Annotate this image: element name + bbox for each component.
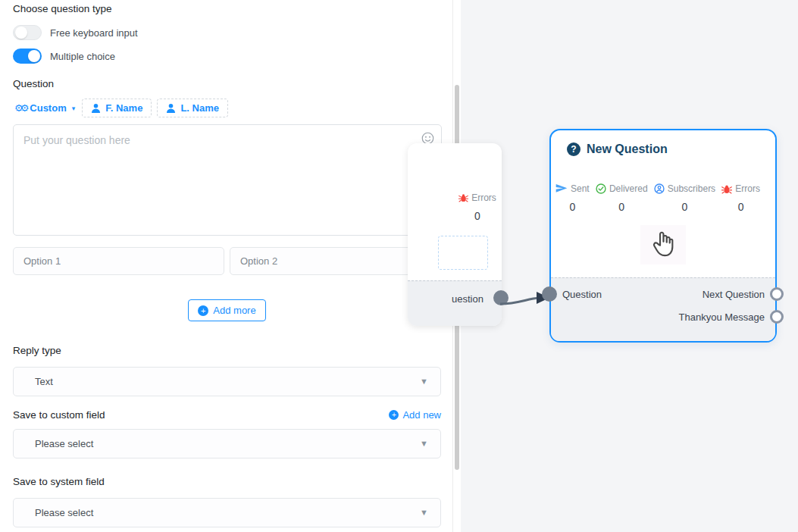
fname-tag-button[interactable]: F. Name: [82, 99, 152, 117]
free-keyboard-toggle[interactable]: [13, 25, 42, 40]
chevron-down-icon: ▼: [420, 508, 428, 517]
partial-node-option-box[interactable]: [438, 236, 488, 270]
plus-circle-icon: +: [198, 305, 208, 316]
question-textarea[interactable]: [14, 125, 441, 235]
input-port-row: Question: [551, 289, 602, 300]
gears-icon: ⚙⚙: [14, 103, 26, 113]
thankyou-port-label: Thankyou Message: [679, 311, 765, 323]
add-more-wrap: + Add more: [13, 299, 441, 321]
partial-node-errors-label: Errors: [471, 192, 496, 203]
partial-node-footer: uestion: [408, 280, 502, 326]
partial-node-errors-stat: Errors 0: [456, 192, 499, 222]
new-question-node[interactable]: ? New Question Sent 0: [549, 129, 777, 343]
errors-bug-icon: [458, 193, 468, 202]
stat-errors: Errors 0: [721, 183, 760, 213]
stat-sent-label: Sent: [571, 183, 590, 194]
person-icon: [91, 103, 101, 113]
stat-delivered-label: Delivered: [609, 183, 648, 194]
chevron-down-icon: ▼: [420, 439, 428, 448]
next-question-output-port[interactable]: [770, 287, 784, 301]
save-custom-label: Save to custom field: [13, 409, 105, 421]
lname-tag-button[interactable]: L. Name: [157, 99, 228, 117]
choose-question-type-label: Choose question type: [13, 3, 441, 14]
stat-sent: Sent 0: [555, 183, 590, 213]
multiple-choice-toggle[interactable]: [13, 49, 42, 64]
stat-subscribers: Subscribers 0: [654, 183, 715, 213]
node-header: ? New Question: [551, 130, 775, 156]
fname-tag-label: F. Name: [105, 102, 142, 114]
node-footer: Question Next Question Thankyou Message: [551, 277, 775, 341]
save-system-label: Save to system field: [13, 476, 441, 487]
add-new-label: Add new: [402, 409, 441, 421]
partial-question-node[interactable]: Errors 0 uestion: [408, 143, 502, 326]
person-icon: [166, 103, 176, 113]
multiple-choice-toggle-row: Multiple choice: [13, 49, 441, 64]
question-textarea-box: [13, 124, 442, 236]
option-1-input[interactable]: [13, 247, 224, 275]
custom-dropdown-label: Custom: [30, 102, 66, 114]
stat-sent-value: 0: [569, 201, 575, 213]
save-system-value: Please select: [35, 507, 93, 518]
stat-delivered: Delivered 0: [596, 183, 648, 213]
save-custom-row: Save to custom field + Add new: [13, 409, 441, 421]
node-stats-row: Sent 0 Delivered 0: [551, 183, 775, 213]
save-custom-value: Please select: [35, 438, 93, 449]
stat-delivered-value: 0: [618, 201, 624, 213]
toggle-knob: [15, 27, 27, 39]
next-question-port-label: Next Question: [703, 289, 765, 300]
partial-node-output-port[interactable]: [493, 290, 509, 305]
cursor-pad: [640, 225, 686, 264]
stat-subscribers-value: 0: [682, 201, 688, 213]
node-title: New Question: [587, 142, 668, 156]
stat-errors-value: 0: [738, 201, 744, 213]
chevron-down-icon: ▼: [420, 377, 428, 386]
send-icon: [555, 183, 568, 194]
custom-dropdown-button[interactable]: ⚙⚙ Custom ▾: [13, 99, 77, 117]
subscribers-icon: [654, 183, 665, 194]
question-input-port-label: Question: [562, 289, 602, 300]
chevron-down-icon: ▾: [72, 105, 76, 112]
multiple-choice-toggle-label: Multiple choice: [50, 51, 115, 62]
free-keyboard-toggle-row: Free keyboard input: [13, 25, 441, 40]
partial-node-port-label: uestion: [452, 293, 494, 305]
reply-type-label: Reply type: [13, 345, 441, 356]
add-new-link[interactable]: + Add new: [389, 409, 441, 421]
reply-type-select[interactable]: Text ▼: [13, 367, 441, 396]
thankyou-output-port[interactable]: [770, 310, 784, 324]
errors-bug-icon: [721, 184, 732, 194]
thankyou-port-row: Thankyou Message: [679, 311, 775, 323]
flow-builder-screen: Choose question type Free keyboard input…: [0, 0, 798, 532]
add-more-button[interactable]: + Add more: [188, 299, 265, 321]
question-settings-panel: Choose question type Free keyboard input…: [0, 0, 453, 532]
partial-node-errors-value: 0: [456, 210, 499, 222]
question-section-label: Question: [13, 78, 441, 89]
question-mark-icon: ?: [567, 142, 581, 156]
stat-errors-label: Errors: [735, 183, 760, 194]
merge-tags-row: ⚙⚙ Custom ▾ F. Name L. Name: [13, 99, 441, 117]
question-input-port[interactable]: [542, 286, 557, 302]
stat-subscribers-label: Subscribers: [668, 183, 715, 194]
lname-tag-label: L. Name: [180, 102, 219, 114]
next-question-port-row: Next Question: [703, 289, 775, 300]
add-more-label: Add more: [213, 305, 255, 316]
reply-type-value: Text: [35, 376, 53, 387]
free-keyboard-toggle-label: Free keyboard input: [50, 27, 138, 39]
delivered-check-icon: [596, 183, 606, 194]
save-custom-select[interactable]: Please select ▼: [13, 429, 441, 458]
save-system-select[interactable]: Please select ▼: [13, 498, 441, 527]
toggle-knob: [28, 50, 40, 62]
hand-cursor-icon: [650, 230, 676, 260]
flow-canvas[interactable]: Errors 0 uestion ? New Question: [461, 0, 798, 532]
plus-circle-icon: +: [389, 410, 399, 420]
options-row: [13, 247, 441, 275]
